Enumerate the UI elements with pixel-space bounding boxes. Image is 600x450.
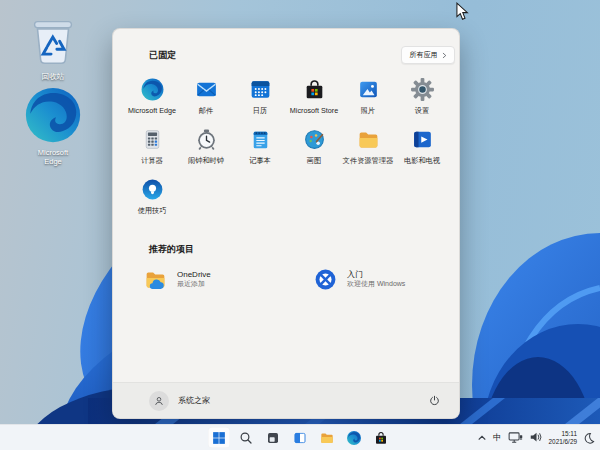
taskbar-widgets-button[interactable] (289, 427, 311, 448)
taskbar: 中 15:11 2021/6/29 (0, 424, 600, 450)
recommended-section-header: 推荐的项目 (149, 243, 194, 256)
taskbar-edge-button[interactable] (343, 427, 365, 448)
power-button[interactable] (423, 390, 445, 412)
settings-icon (410, 77, 435, 102)
system-tray: 中 15:11 2021/6/29 (477, 425, 595, 450)
edge-icon (346, 430, 362, 446)
store-icon (373, 430, 389, 446)
mail-icon (194, 77, 219, 102)
pinned-apps-grid: Microsoft Edge 邮件 日历 Microsoft Store 照片 … (125, 73, 449, 223)
taskbar-buttons (208, 425, 392, 450)
pinned-app-calculator[interactable]: 计算器 (125, 123, 179, 173)
edge-icon (22, 84, 84, 146)
paint-icon (302, 127, 327, 152)
taskbar-start-button[interactable] (208, 427, 230, 448)
pinned-app-store[interactable]: Microsoft Store (287, 73, 341, 123)
clock[interactable]: 15:11 2021/6/29 (549, 430, 577, 445)
recommended-item-title: 入门 (347, 270, 405, 279)
pinned-app-label: 闹钟和时钟 (188, 156, 224, 166)
movies-tv-icon (410, 127, 435, 152)
widgets-icon (292, 430, 308, 446)
pinned-app-paint[interactable]: 画图 (287, 123, 341, 173)
pinned-app-label: 使用技巧 (138, 206, 167, 216)
pinned-app-label: 画图 (307, 156, 321, 166)
user-name[interactable]: 系统之家 (178, 395, 210, 406)
recycle-bin-icon (22, 8, 84, 70)
windows-start-icon (211, 430, 227, 446)
pinned-app-label: 邮件 (199, 106, 213, 116)
moon-icon[interactable] (583, 432, 595, 444)
desktop-icon-label: 回收站 (28, 72, 78, 81)
task-view-icon (265, 430, 281, 446)
pinned-app-calendar[interactable]: 日历 (233, 73, 287, 123)
edge-icon (140, 77, 165, 102)
alarm-clock-icon (194, 127, 219, 152)
recommended-item-onedrive[interactable]: OneDrive 最近添加 (143, 261, 217, 297)
tray-overflow-chevron-icon[interactable] (477, 433, 487, 443)
recommended-item-subtitle: 最近添加 (177, 280, 211, 289)
recommended-item-title: OneDrive (177, 270, 211, 279)
pinned-app-label: 文件资源管理器 (343, 156, 393, 166)
clock-date: 2021/6/29 (549, 438, 577, 446)
calendar-icon (248, 77, 273, 102)
search-icon (238, 430, 254, 446)
pinned-app-label: 日历 (253, 106, 267, 116)
onedrive-icon (143, 267, 168, 292)
power-icon (428, 394, 441, 407)
user-avatar[interactable] (149, 391, 169, 411)
file-explorer-icon (319, 430, 335, 446)
taskbar-search-button[interactable] (235, 427, 257, 448)
taskbar-file-explorer-button[interactable] (316, 427, 338, 448)
pinned-app-notepad[interactable]: 记事本 (233, 123, 287, 173)
pinned-app-label: 设置 (415, 106, 429, 116)
network-icon[interactable] (508, 431, 523, 444)
tips-icon (140, 177, 165, 202)
volume-icon[interactable] (529, 432, 543, 444)
pinned-section-header: 已固定 (149, 49, 176, 62)
clock-time: 15:11 (549, 430, 577, 438)
desktop-icon-recycle-bin[interactable]: 回收站 (22, 8, 84, 81)
pinned-app-alarm-clock[interactable]: 闹钟和时钟 (179, 123, 233, 173)
all-apps-label: 所有应用 (410, 50, 438, 60)
file-explorer-icon (356, 127, 381, 152)
all-apps-button[interactable]: 所有应用 (401, 46, 455, 64)
chevron-right-icon (442, 52, 447, 59)
pinned-app-settings[interactable]: 设置 (395, 73, 449, 123)
desktop-icon-label: Microsoft Edge (28, 148, 78, 166)
pinned-app-mail[interactable]: 邮件 (179, 73, 233, 123)
recommended-item-subtitle: 欢迎使用 Windows (347, 280, 405, 289)
taskbar-task-view-button[interactable] (262, 427, 284, 448)
recommended-items: OneDrive 最近添加 入门 欢迎使用 Windows (113, 261, 459, 301)
store-icon (302, 77, 327, 102)
pinned-app-label: Microsoft Store (290, 106, 338, 115)
taskbar-store-button[interactable] (370, 427, 392, 448)
person-icon (153, 395, 165, 407)
start-menu-user-bar: 系统之家 (113, 382, 459, 418)
calculator-icon (140, 127, 165, 152)
pinned-app-label: 记事本 (249, 156, 271, 166)
photos-icon (356, 77, 381, 102)
get-started-icon (313, 267, 338, 292)
pinned-app-label: Microsoft Edge (128, 106, 176, 115)
pinned-app-tips[interactable]: 使用技巧 (125, 173, 179, 223)
ime-indicator[interactable]: 中 (493, 432, 502, 444)
pinned-app-label: 照片 (361, 106, 375, 116)
pinned-app-file-explorer[interactable]: 文件资源管理器 (341, 123, 395, 173)
desktop-icon-edge[interactable]: Microsoft Edge (22, 84, 84, 166)
pinned-app-label: 电影和电视 (404, 156, 440, 166)
pinned-app-movies-tv[interactable]: 电影和电视 (395, 123, 449, 173)
recommended-item-get-started[interactable]: 入门 欢迎使用 Windows (313, 261, 411, 297)
pinned-app-edge[interactable]: Microsoft Edge (125, 73, 179, 123)
pinned-app-photos[interactable]: 照片 (341, 73, 395, 123)
start-menu: 已固定 所有应用 Microsoft Edge 邮件 日历 Microsoft … (112, 28, 460, 419)
notepad-icon (248, 127, 273, 152)
pinned-app-label: 计算器 (141, 156, 163, 166)
